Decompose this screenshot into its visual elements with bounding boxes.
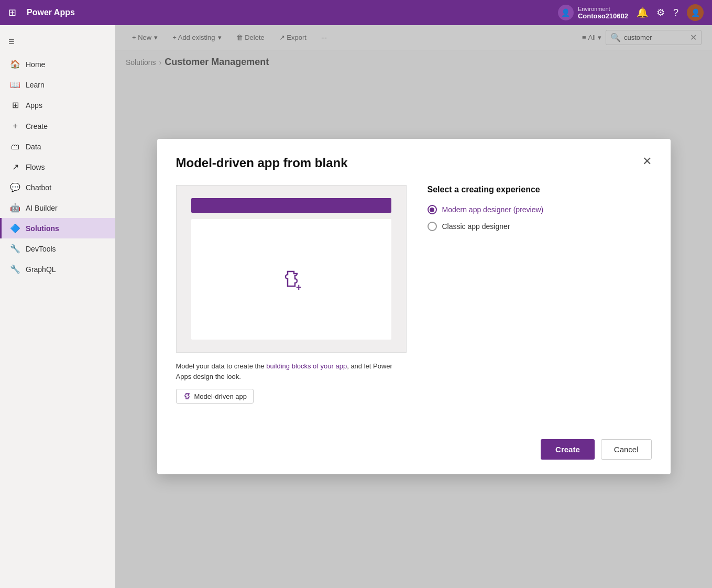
sidebar-item-label: GraphQL <box>26 265 56 274</box>
content-area: + New ▾ + Add existing ▾ 🗑 Delete ↗ Expo… <box>115 25 712 588</box>
radio-button-modern[interactable] <box>428 205 437 214</box>
radio-option-classic[interactable]: Classic app designer <box>428 222 652 231</box>
notification-icon[interactable]: 🔔 <box>637 7 648 18</box>
preview-bar <box>191 198 391 213</box>
app-type-badge[interactable]: Model-driven app <box>176 389 254 404</box>
radio-option-modern[interactable]: Modern app designer (preview) <box>428 205 652 214</box>
environment-label: Environment <box>578 6 628 12</box>
app-title: Power Apps <box>27 8 552 17</box>
environment-name: Contoso210602 <box>578 12 628 20</box>
radio-button-classic[interactable] <box>428 222 437 231</box>
radio-label-modern: Modern app designer (preview) <box>442 205 544 214</box>
sidebar-item-chatbot[interactable]: 💬 Chatbot <box>0 177 115 198</box>
options-area: Select a creating experience Modern app … <box>428 185 652 414</box>
environment-text: Environment Contoso210602 <box>578 6 628 20</box>
sidebar-item-label: Chatbot <box>26 183 51 192</box>
sidebar-item-label: Learn <box>26 81 45 89</box>
preview-description: Model your data to create the building b… <box>176 361 407 382</box>
svg-text:+: + <box>296 282 302 292</box>
sidebar-item-ai-builder[interactable]: 🤖 AI Builder <box>0 198 115 218</box>
create-icon: ＋ <box>10 121 20 132</box>
preview-inner: + <box>191 219 391 340</box>
sidebar-item-graphql[interactable]: 🔧 GraphQL <box>0 259 115 279</box>
model-driven-preview-icon: + <box>273 261 310 298</box>
sidebar-item-label: Home <box>26 60 45 69</box>
sidebar-item-label: DevTools <box>26 245 56 253</box>
app-type-label: Model-driven app <box>194 393 247 400</box>
devtools-icon: 🔧 <box>10 244 20 254</box>
dialog-header: Model-driven app from blank ✕ <box>176 156 652 170</box>
learn-icon: 📖 <box>10 80 20 90</box>
data-icon: 🗃 <box>10 142 20 151</box>
sidebar-item-data[interactable]: 🗃 Data <box>0 137 115 157</box>
sidebar-item-apps[interactable]: ⊞ Apps <box>0 95 115 115</box>
help-icon[interactable]: ? <box>673 7 678 18</box>
flows-icon: ↗ <box>10 162 20 172</box>
preview-area: + Model your data to create the building… <box>176 185 407 414</box>
sidebar-item-create[interactable]: ＋ Create <box>0 115 115 137</box>
create-button[interactable]: Create <box>541 439 595 460</box>
chatbot-icon: 💬 <box>10 182 20 192</box>
preview-image: + <box>176 185 407 353</box>
cancel-button[interactable]: Cancel <box>601 439 652 460</box>
main-layout: ≡ 🏠 Home 📖 Learn ⊞ Apps ＋ Create 🗃 Data … <box>0 25 712 588</box>
home-icon: 🏠 <box>10 59 20 69</box>
sidebar-item-devtools[interactable]: 🔧 DevTools <box>0 238 115 259</box>
topbar: ⊞ Power Apps 👤 Environment Contoso210602… <box>0 0 712 25</box>
sidebar-item-home[interactable]: 🏠 Home <box>0 54 115 74</box>
grid-icon[interactable]: ⊞ <box>8 7 16 18</box>
sidebar-item-label: AI Builder <box>26 204 58 212</box>
dialog: Model-driven app from blank ✕ <box>157 139 671 474</box>
sidebar-item-label: Flows <box>26 163 45 171</box>
sidebar-item-label: Data <box>26 143 41 151</box>
dialog-body: + Model your data to create the building… <box>176 185 652 414</box>
graphql-icon: 🔧 <box>10 264 20 274</box>
sidebar-item-label: Apps <box>26 101 42 110</box>
environment-selector[interactable]: 👤 Environment Contoso210602 <box>558 5 628 20</box>
dialog-title: Model-driven app from blank <box>176 156 348 170</box>
radio-label-classic: Classic app designer <box>442 222 510 231</box>
sidebar-item-flows[interactable]: ↗ Flows <box>0 157 115 177</box>
settings-icon[interactable]: ⚙ <box>656 7 665 18</box>
apps-icon: ⊞ <box>10 100 20 110</box>
dialog-overlay: Model-driven app from blank ✕ <box>115 25 712 588</box>
preview-description-link[interactable]: building blocks of your app <box>266 362 347 370</box>
sidebar-item-learn[interactable]: 📖 Learn <box>0 74 115 95</box>
options-title: Select a creating experience <box>428 185 652 194</box>
dialog-footer: Create Cancel <box>176 431 652 460</box>
sidebar-collapse-button[interactable]: ≡ <box>0 29 115 54</box>
sidebar-item-label: Solutions <box>26 224 59 233</box>
solutions-icon: 🔷 <box>10 223 20 233</box>
environment-icon: 👤 <box>558 5 574 20</box>
topbar-right: 👤 Environment Contoso210602 🔔 ⚙ ? 👤 <box>558 4 704 21</box>
ai-builder-icon: 🤖 <box>10 203 20 213</box>
sidebar-item-solutions[interactable]: 🔷 Solutions <box>0 218 115 238</box>
sidebar: ≡ 🏠 Home 📖 Learn ⊞ Apps ＋ Create 🗃 Data … <box>0 25 115 588</box>
dialog-close-button[interactable]: ✕ <box>642 156 652 167</box>
sidebar-item-label: Create <box>26 122 48 130</box>
avatar[interactable]: 👤 <box>687 4 704 21</box>
